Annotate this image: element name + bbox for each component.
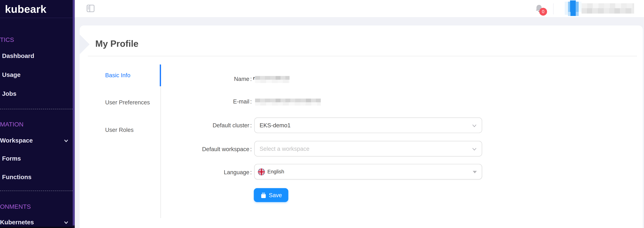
app-window: kubeark TICS Dashboard Usage Jobs MATION… (0, 0, 644, 228)
save-button[interactable]: Save (254, 188, 288, 202)
title-arrow-decoration (80, 34, 90, 54)
sidebar-item-usage[interactable]: Usage (2, 71, 75, 78)
sidebar-collapse-icon[interactable] (86, 4, 95, 13)
save-button-label: Save (269, 192, 282, 198)
sidebar-item-functions[interactable]: Functions (2, 173, 75, 180)
profile-card: My Profile Basic Info User Preferences U… (80, 26, 643, 228)
language-value: English (267, 164, 284, 179)
sidebar-section-analytics: TICS (0, 36, 14, 43)
topbar: 0 (75, 0, 644, 18)
save-icon (260, 192, 266, 198)
default-workspace-placeholder: Select a workspace (260, 141, 310, 156)
page-title: My Profile (95, 38, 138, 49)
caret-down-icon (473, 171, 477, 173)
sidebar-scrollbar[interactable] (73, 0, 75, 226)
topbar-separator (553, 3, 554, 14)
sidebar-scrollbar-track (73, 226, 75, 228)
name-label: Name: (128, 76, 252, 82)
sidebar-item-workspace[interactable]: Workspace (0, 137, 73, 144)
default-workspace-select[interactable]: Select a workspace (254, 141, 482, 156)
sidebar-section-automation: MATION (0, 121, 24, 128)
sidebar: kubeark TICS Dashboard Usage Jobs MATION… (0, 0, 75, 228)
tabs-rail (160, 64, 161, 218)
language-select[interactable]: English (254, 164, 482, 180)
user-name-blurred[interactable] (582, 3, 634, 14)
sidebar-item-jobs[interactable]: Jobs (2, 90, 75, 97)
sidebar-divider (0, 109, 73, 109)
chevron-down-icon (64, 220, 69, 224)
sidebar-item-forms[interactable]: Forms (2, 155, 75, 162)
notifications-button[interactable]: 0 (535, 4, 550, 16)
sidebar-divider (0, 190, 73, 191)
name-value-blurred (255, 76, 290, 83)
name-value-prefix: r (253, 75, 255, 81)
notification-badge: 0 (539, 8, 547, 16)
chevron-down-icon (64, 138, 69, 142)
tabs-active-indicator (160, 64, 161, 86)
tab-basic-info[interactable]: Basic Info (105, 72, 130, 78)
sidebar-item-kubernetes[interactable]: Kubernetes (0, 218, 73, 226)
sidebar-divider (0, 18, 73, 18)
default-cluster-select[interactable]: EKS-demo1 (254, 118, 482, 133)
email-label: E-mail: (128, 98, 252, 105)
window-edge (0, 227, 73, 228)
sidebar-section-environments: ONMENTS (0, 203, 31, 210)
email-value-blurred (255, 98, 321, 106)
brand-logo: kubeark (5, 1, 46, 17)
language-label: Language: (128, 169, 252, 176)
default-cluster-label: Default cluster: (128, 122, 252, 129)
title-divider (88, 56, 637, 56)
chevron-down-icon (472, 146, 477, 152)
chevron-down-icon (472, 123, 477, 128)
default-cluster-value: EKS-demo1 (260, 118, 290, 132)
uk-flag-icon (258, 168, 265, 176)
default-workspace-label: Default workspace: (128, 146, 252, 152)
sidebar-item-dashboard[interactable]: Dashboard (2, 52, 75, 59)
avatar[interactable] (565, 0, 582, 16)
